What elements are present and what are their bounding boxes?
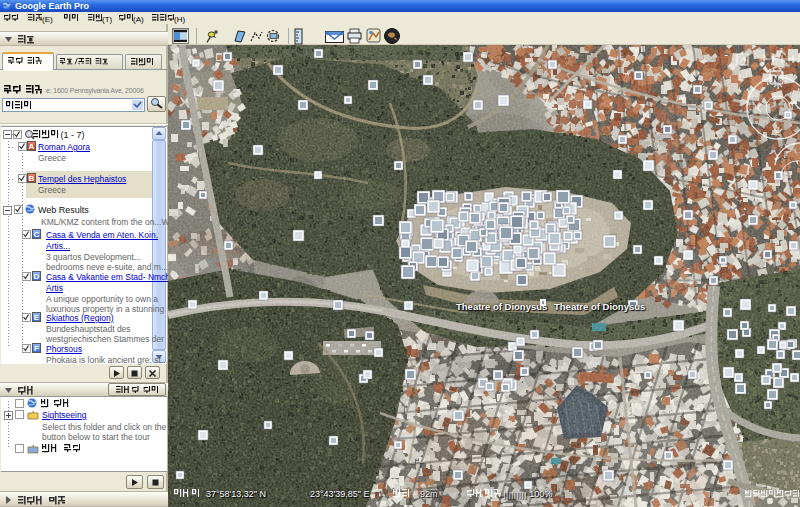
svg-text:N: N (772, 74, 779, 84)
